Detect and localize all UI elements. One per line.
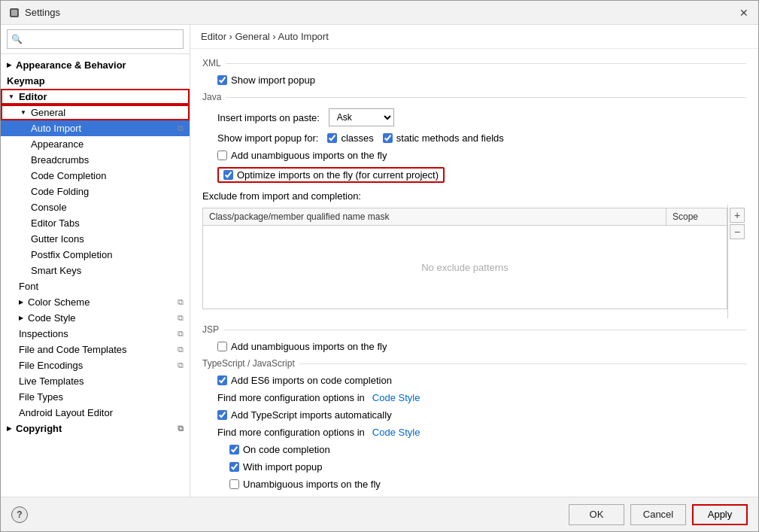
optimize-imports-row: Optimize imports on the fly (for current…	[202, 167, 746, 183]
sidebar-item-file-code-templates[interactable]: File and Code Templates ⧉	[1, 342, 190, 357]
static-checkbox[interactable]	[383, 133, 393, 143]
exclude-table-container: Class/package/member qualified name mask…	[202, 205, 746, 318]
sidebar-item-android-layout-editor[interactable]: Android Layout Editor	[1, 405, 190, 421]
jsp-add-unambiguous-row: Add unambiguous imports on the fly	[202, 341, 746, 352]
code-style-link-2[interactable]: Code Style	[372, 427, 420, 438]
expand-icon: ▶	[7, 425, 11, 432]
remove-pattern-button[interactable]: −	[730, 224, 745, 239]
typescript-section-label: TypeScript / JavaScript	[202, 358, 746, 369]
add-unambiguous-row: Add unambiguous imports on the fly	[202, 150, 746, 161]
sidebar-item-file-encodings[interactable]: File Encodings ⧉	[1, 357, 190, 373]
breadcrumb: Editor › General › Auto Import	[190, 25, 758, 49]
with-import-popup-checkbox[interactable]	[229, 462, 239, 472]
add-unambiguous-label[interactable]: Add unambiguous imports on the fly	[217, 150, 387, 161]
sidebar-item-editor[interactable]: ▼ Editor	[1, 89, 190, 105]
search-input[interactable]	[7, 29, 184, 49]
optimize-imports-checkbox[interactable]	[223, 170, 233, 180]
jsp-add-unambiguous-label[interactable]: Add unambiguous imports on the fly	[217, 341, 387, 352]
static-label[interactable]: static methods and fields	[383, 132, 504, 144]
settings-window: Settings ✕ 🔍 ▶ Appearance & Behavior	[0, 0, 759, 532]
sidebar-item-editor-tabs[interactable]: Editor Tabs	[1, 215, 190, 231]
code-style-link-1[interactable]: Code Style	[372, 392, 420, 403]
close-button[interactable]: ✕	[737, 6, 751, 20]
sidebar-item-appearance-behavior[interactable]: ▶ Appearance & Behavior	[1, 57, 190, 73]
with-import-popup-row: With import popup	[202, 461, 746, 473]
sidebar-item-gutter-icons[interactable]: Gutter Icons	[1, 231, 190, 247]
table-header: Class/package/member qualified name mask…	[203, 208, 727, 226]
table-main: Class/package/member qualified name mask…	[202, 205, 727, 318]
copy-icon: ⧉	[178, 123, 184, 133]
sidebar-item-live-templates[interactable]: Live Templates	[1, 373, 190, 389]
unambiguous-fly-label[interactable]: Unambiguous imports on the fly	[229, 479, 381, 490]
more-config-ts2-row: Find more configuration options in Code …	[202, 427, 746, 438]
java-section-label: Java	[202, 92, 746, 102]
sidebar-item-smart-keys[interactable]: Smart Keys	[1, 263, 190, 278]
sidebar-item-code-style[interactable]: ▶ Code Style ⧉	[1, 310, 190, 326]
sidebar-item-color-scheme[interactable]: ▶ Color Scheme ⧉	[1, 294, 190, 310]
on-code-completion-checkbox[interactable]	[229, 445, 239, 454]
classes-checkbox[interactable]	[327, 133, 337, 143]
sidebar-item-font[interactable]: Font	[1, 278, 190, 294]
add-typescript-label[interactable]: Add TypeScript imports automatically	[217, 409, 392, 421]
add-es6-row: Add ES6 imports on code completion	[202, 375, 746, 386]
table-body: No exclude patterns	[203, 226, 727, 309]
sidebar-item-file-types[interactable]: File Types	[1, 389, 190, 405]
sidebar-item-breadcrumbs[interactable]: Breadcrumbs	[1, 152, 190, 168]
classes-label[interactable]: classes	[327, 132, 373, 144]
with-import-popup-label[interactable]: With import popup	[229, 461, 323, 473]
title-bar: Settings ✕	[1, 1, 758, 25]
jsp-add-unambiguous-checkbox[interactable]	[217, 342, 227, 351]
exclude-table: Class/package/member qualified name mask…	[202, 208, 727, 309]
sidebar-item-copyright[interactable]: ▶ Copyright ⧉	[1, 421, 190, 436]
copy-icon: ⧉	[178, 424, 184, 433]
insert-imports-select[interactable]: Ask Always Never	[329, 108, 394, 126]
expand-icon: ▶	[7, 62, 11, 68]
add-typescript-checkbox[interactable]	[217, 410, 227, 420]
xml-show-import-checkbox[interactable]	[217, 75, 227, 85]
sidebar-item-code-folding[interactable]: Code Folding	[1, 184, 190, 199]
sidebar-item-keymap[interactable]: Keymap	[1, 73, 190, 89]
tree-container: ▶ Appearance & Behavior Keymap ▼ Editor …	[1, 54, 190, 497]
right-panel: Editor › General › Auto Import XML Show …	[190, 25, 758, 497]
copy-icon: ⧉	[178, 360, 184, 370]
title-bar-left: Settings	[8, 7, 60, 19]
table-col1-header: Class/package/member qualified name mask	[203, 208, 666, 225]
unambiguous-fly-checkbox[interactable]	[229, 479, 239, 489]
window-title: Settings	[25, 7, 60, 18]
sidebar-item-postfix-completion[interactable]: Postfix Completion	[1, 247, 190, 263]
sidebar-item-appearance[interactable]: Appearance	[1, 136, 190, 152]
bottom-right: OK Cancel Apply	[569, 504, 748, 525]
add-pattern-button[interactable]: +	[730, 208, 745, 223]
xml-show-import-row: Show import popup	[202, 74, 746, 86]
bottom-left: ?	[11, 506, 28, 523]
copy-icon: ⧉	[178, 345, 184, 354]
show-import-popup-row: Show import popup for: classes static me…	[202, 132, 746, 144]
sidebar-item-auto-import[interactable]: Auto Import ⧉	[1, 120, 190, 136]
apply-button[interactable]: Apply	[692, 504, 748, 525]
cancel-button[interactable]: Cancel	[630, 504, 686, 525]
on-code-completion-row: On code completion	[202, 444, 746, 455]
jsp-section-label: JSP	[202, 324, 746, 335]
sidebar: 🔍 ▶ Appearance & Behavior Keymap ▼ Edito	[1, 25, 190, 497]
on-code-completion-label[interactable]: On code completion	[229, 444, 330, 455]
expand-icon: ▶	[19, 299, 23, 306]
search-wrap: 🔍	[7, 29, 184, 49]
main-content: 🔍 ▶ Appearance & Behavior Keymap ▼ Edito	[1, 25, 758, 497]
help-button[interactable]: ?	[11, 506, 28, 523]
svg-rect-1	[11, 10, 17, 16]
sidebar-item-console[interactable]: Console	[1, 199, 190, 215]
add-es6-label[interactable]: Add ES6 imports on code completion	[217, 375, 392, 386]
exclude-section-label: Exclude from import and completion:	[202, 190, 746, 202]
sidebar-item-general[interactable]: ▼ General	[1, 105, 190, 120]
xml-show-import-label[interactable]: Show import popup	[217, 74, 315, 86]
add-es6-checkbox[interactable]	[217, 375, 227, 385]
sidebar-item-inspections[interactable]: Inspections ⧉	[1, 326, 190, 342]
unambiguous-fly-row: Unambiguous imports on the fly	[202, 479, 746, 490]
add-unambiguous-checkbox[interactable]	[217, 150, 227, 160]
settings-app-icon	[8, 7, 20, 19]
xml-section-label: XML	[202, 58, 746, 68]
sidebar-item-code-completion[interactable]: Code Completion	[1, 168, 190, 184]
optimize-imports-highlight: Optimize imports on the fly (for current…	[217, 167, 445, 183]
table-col2-header: Scope	[666, 208, 727, 225]
ok-button[interactable]: OK	[569, 504, 624, 525]
